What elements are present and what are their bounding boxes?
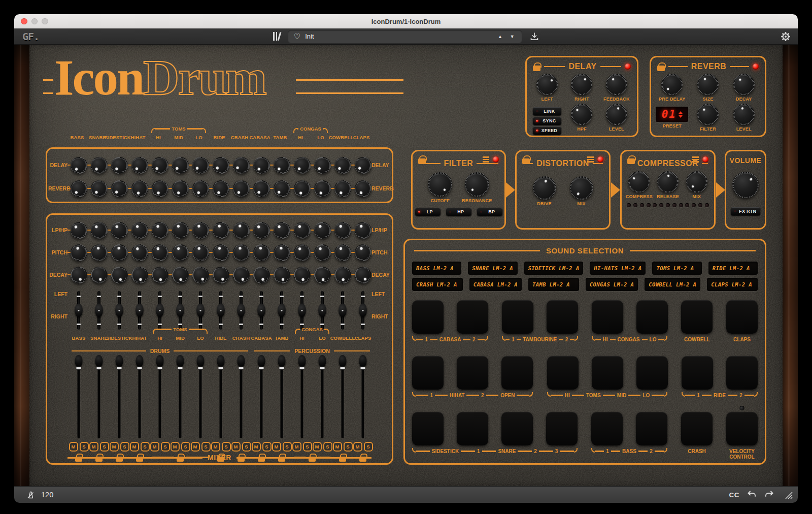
distortion-lock-icon[interactable] — [522, 158, 530, 164]
pan-slider-cabasa-9[interactable] — [257, 290, 266, 331]
delay-sync-button[interactable]: SYNC — [533, 117, 561, 125]
distortion-power-led[interactable] — [597, 156, 603, 163]
knob-reverb-crash-8[interactable] — [233, 180, 250, 197]
fader-hi-11[interactable] — [297, 355, 307, 438]
knob-reverb-snare-1[interactable] — [91, 180, 108, 197]
knob-lp-hp-crash-8[interactable] — [233, 222, 250, 239]
knob-pitch-sidestick-2[interactable] — [111, 244, 128, 261]
resize-grip[interactable] — [784, 490, 793, 499]
preset-browser-icon[interactable] — [273, 32, 280, 41]
delay-lock-icon[interactable] — [533, 66, 540, 71]
pan-slider-cowbell-13[interactable] — [338, 290, 347, 331]
pad-ride-1[interactable] — [682, 356, 713, 390]
knob-decay-sidestick-2[interactable] — [111, 267, 128, 283]
solo-button-tamb-10[interactable]: S — [283, 442, 292, 452]
pan-slider-ride-7[interactable] — [216, 290, 225, 331]
preset-next-icon[interactable]: ▼ — [509, 33, 516, 40]
delay-xfeed-button[interactable]: XFEED — [533, 126, 561, 135]
knob-delay-tamb-10[interactable] — [274, 157, 290, 174]
knob-delay-hi-4[interactable] — [152, 157, 168, 174]
solo-button-hihat-3[interactable]: S — [141, 442, 150, 452]
filter-power-led[interactable] — [493, 156, 499, 163]
sound-display-crash[interactable]: CRASH LM-2 A — [412, 278, 463, 291]
pan-slider-sidestick-2[interactable] — [115, 290, 124, 331]
delay-power-led[interactable] — [625, 63, 631, 70]
lock-icon-ride-7[interactable] — [217, 457, 224, 462]
fader-cabasa-9[interactable] — [257, 355, 266, 438]
pan-slider-hi-11[interactable] — [297, 290, 307, 331]
knob-decay-hi-11[interactable] — [294, 267, 311, 283]
mute-button-sidestick-2[interactable]: M — [110, 442, 119, 452]
filter-cutoff-knob[interactable] — [428, 172, 452, 197]
reverb-decay-knob[interactable] — [733, 74, 755, 95]
pad-cabasa-1[interactable] — [412, 300, 444, 334]
compressor-menu-icon[interactable] — [692, 156, 699, 163]
lock-icon-cowbell-13[interactable] — [339, 457, 346, 462]
tempo-value[interactable]: 120 — [41, 491, 53, 499]
solo-button-cabasa-9[interactable]: S — [262, 442, 272, 452]
pan-slider-bass-0[interactable] — [74, 290, 83, 331]
knob-reverb-cowbell-13[interactable] — [334, 180, 351, 197]
knob-delay-lo-6[interactable] — [192, 157, 209, 174]
settings-gear-icon[interactable] — [781, 31, 791, 42]
knob-reverb-claps-14[interactable] — [355, 180, 371, 197]
pad-hihat-open[interactable] — [501, 356, 533, 390]
pad-ride-2[interactable] — [726, 356, 758, 390]
lock-icon-snare-1[interactable] — [95, 457, 103, 462]
pan-slider-snare-1[interactable] — [94, 290, 104, 331]
volume-fx-rtn-button[interactable]: FX RTN — [731, 207, 760, 215]
undo-icon[interactable] — [747, 491, 757, 499]
pan-slider-crash-8[interactable] — [236, 290, 246, 331]
fader-claps-14[interactable] — [358, 355, 367, 438]
filter-lock-icon[interactable] — [418, 158, 426, 164]
knob-pitch-hihat-3[interactable] — [131, 244, 148, 261]
mute-button-bass-0[interactable]: M — [69, 442, 78, 452]
zoom-button[interactable] — [42, 18, 48, 25]
delay-right-knob[interactable] — [571, 74, 592, 95]
lock-icon-congas[interactable] — [309, 457, 316, 462]
knob-decay-hihat-3[interactable] — [131, 267, 148, 283]
pad-congas-lo[interactable] — [636, 300, 668, 334]
lock-icon-sidestick-2[interactable] — [116, 457, 123, 462]
knob-lp-hp-cowbell-13[interactable] — [334, 222, 351, 239]
knob-delay-snare-1[interactable] — [91, 157, 108, 174]
knob-reverb-mid-5[interactable] — [172, 180, 189, 197]
pad-bass-1[interactable] — [591, 412, 623, 445]
mute-button-hihat-3[interactable]: M — [130, 442, 139, 452]
delay-left-knob[interactable] — [536, 74, 558, 95]
pad-bass-2[interactable] — [636, 412, 667, 445]
delay-level-knob[interactable] — [606, 104, 627, 125]
sound-display-cabasa[interactable]: CABASA LM-2 A — [469, 278, 522, 291]
knob-decay-bass-0[interactable] — [71, 267, 87, 283]
sound-display-claps[interactable]: CLAPS LM-2 A — [707, 278, 758, 291]
knob-reverb-hi-11[interactable] — [294, 180, 311, 197]
preset-name[interactable]: Init — [305, 33, 492, 40]
reverb-power-led[interactable] — [753, 63, 759, 70]
sound-display-tamb[interactable]: TAMB LM-2 A — [528, 278, 579, 291]
knob-lp-hp-bass-0[interactable] — [71, 222, 87, 239]
filter-lp-button[interactable]: LP — [415, 208, 441, 216]
close-button[interactable] — [21, 18, 27, 25]
mute-button-cowbell-13[interactable]: M — [333, 442, 342, 452]
knob-decay-crash-8[interactable] — [233, 267, 250, 283]
reverb-preset-display[interactable]: 01 — [656, 107, 688, 122]
pan-slider-claps-14[interactable] — [358, 290, 367, 331]
knob-lp-hp-lo-12[interactable] — [314, 222, 331, 239]
fader-ride-7[interactable] — [216, 355, 225, 438]
reverb-pre-delay-knob[interactable] — [661, 74, 683, 95]
fader-lo-12[interactable] — [318, 355, 327, 438]
knob-delay-ride-7[interactable] — [213, 157, 229, 174]
mute-button-mid-5[interactable]: M — [171, 442, 180, 452]
mute-button-lo-6[interactable]: M — [191, 442, 200, 452]
fader-hi-4[interactable] — [155, 355, 164, 438]
knob-pitch-snare-1[interactable] — [91, 244, 108, 261]
knob-pitch-crash-8[interactable] — [233, 244, 250, 261]
knob-lp-hp-sidestick-2[interactable] — [111, 222, 128, 239]
fader-snare-1[interactable] — [94, 355, 104, 438]
knob-delay-bass-0[interactable] — [71, 157, 87, 174]
mute-button-cabasa-9[interactable]: M — [252, 442, 261, 452]
sound-display-congas[interactable]: CONGAS LM-2 A — [586, 278, 638, 291]
fader-crash-8[interactable] — [236, 355, 246, 438]
knob-decay-hi-4[interactable] — [152, 267, 168, 283]
mute-button-tamb-10[interactable]: M — [272, 442, 281, 452]
